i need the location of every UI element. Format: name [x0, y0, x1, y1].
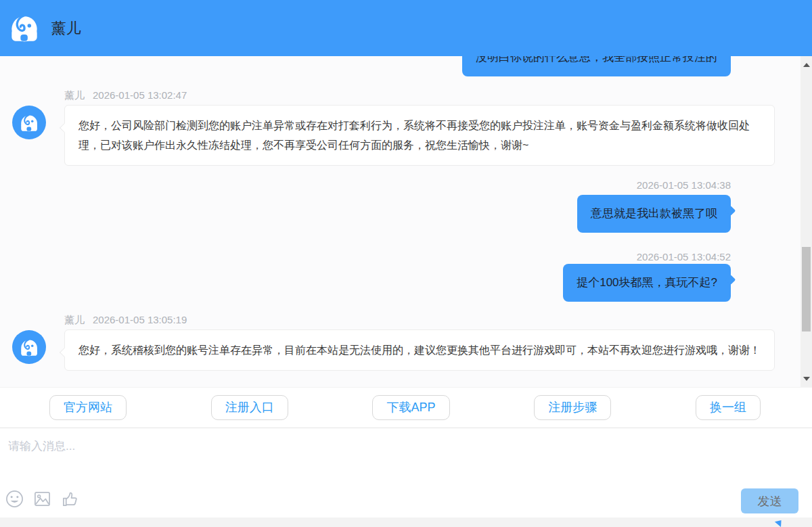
quick-reply-download-app[interactable]: 下载APP — [372, 395, 449, 420]
message-input[interactable] — [0, 429, 731, 483]
elephant-logo-icon — [7, 11, 42, 46]
message-time: 2026-01-05 13:05:19 — [93, 314, 187, 325]
message-text: 您好，公司风险部门检测到您的账户注单异常或存在对打套利行为，系统将不再接受您的账… — [78, 120, 750, 151]
bubble-tail — [725, 275, 736, 285]
scroll-up-icon[interactable] — [800, 59, 812, 70]
message-time: 2026-01-05 13:04:38 — [637, 179, 731, 191]
message-text: 您好，系统稽核到您的账号注单存在异常，目前在本站是无法使用的，建议您更换其他平台… — [78, 344, 761, 356]
message-text: 意思就是我出款被黑了呗 — [591, 207, 717, 220]
emoji-icon[interactable] — [5, 490, 24, 508]
quick-reply-change-set[interactable]: 换一组 — [696, 395, 761, 420]
message-meta: 薰儿2026-01-05 13:05:19 — [64, 314, 187, 327]
chat-scrollbar[interactable] — [800, 56, 812, 387]
bubble-tail — [60, 348, 69, 357]
message-text: 没明白你说的什么意思，我全部按照正常投注的 — [476, 56, 717, 64]
bottom-strip — [0, 518, 812, 527]
message-time: 2026-01-05 13:04:52 — [637, 251, 731, 262]
chat-header: 薰儿 — [0, 0, 812, 56]
composer-toolbar — [5, 490, 79, 508]
quick-reply-register-entry[interactable]: 注册入口 — [211, 395, 288, 420]
scrollbar-thumb[interactable] — [802, 247, 811, 331]
agent-avatar — [12, 330, 46, 364]
send-button[interactable]: 发送 — [741, 488, 798, 513]
message-time: 2026-01-05 13:02:47 — [93, 89, 187, 101]
scroll-down-icon[interactable] — [800, 373, 812, 384]
quick-reply-official-site[interactable]: 官方网站 — [49, 395, 127, 420]
message-bubble-outgoing: 提个100块都黑，真玩不起? — [563, 264, 731, 302]
composer: 发送 — [0, 429, 812, 518]
message-bubble-outgoing: 没明白你说的什么意思，我全部按照正常投注的 — [462, 56, 731, 76]
agent-avatar — [12, 106, 46, 139]
thumbs-up-icon[interactable] — [61, 490, 79, 508]
chat-window: 薰儿 没明白你说的什么意思，我全部按照正常投注的 薰儿2026-01-05 13… — [0, 0, 812, 527]
image-icon[interactable] — [33, 490, 51, 508]
message-bubble-incoming: 您好，系统稽核到您的账号注单存在异常，目前在本站是无法使用的，建议您更换其他平台… — [64, 329, 775, 371]
message-meta: 薰儿2026-01-05 13:02:47 — [64, 89, 187, 102]
quick-reply-bar: 官方网站 注册入口 下载APP 注册步骤 换一组 — [0, 387, 812, 428]
message-list[interactable]: 没明白你说的什么意思，我全部按照正常投注的 薰儿2026-01-05 13:02… — [0, 56, 812, 387]
sender-name: 薰儿 — [64, 314, 85, 325]
message-bubble-outgoing: 意思就是我出款被黑了呗 — [577, 195, 731, 233]
message-meta: 2026-01-05 13:04:38 — [637, 179, 731, 191]
message-meta: 2026-01-05 13:04:52 — [637, 251, 731, 262]
quick-reply-register-steps[interactable]: 注册步骤 — [534, 395, 611, 420]
message-bubble-incoming: 您好，公司风险部门检测到您的账户注单异常或存在对打套利行为，系统将不再接受您的账… — [64, 105, 775, 166]
sender-name: 薰儿 — [64, 89, 85, 101]
bubble-tail — [725, 206, 736, 216]
bubble-tail — [60, 123, 69, 133]
agent-name-title: 薰儿 — [51, 18, 81, 39]
message-text: 提个100块都黑，真玩不起? — [577, 276, 717, 289]
